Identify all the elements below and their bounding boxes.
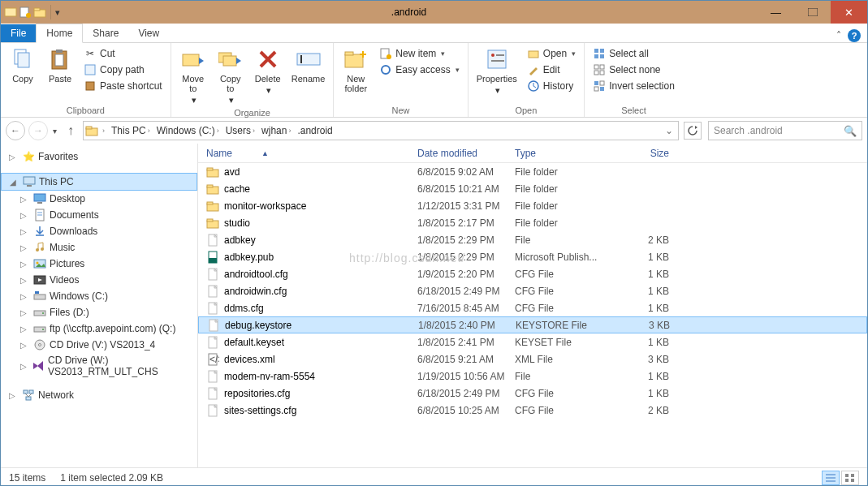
drive-icon (33, 290, 46, 303)
nav-item[interactable]: ▷Files (D:) (1, 304, 197, 320)
folder-icon (85, 124, 98, 137)
column-headers[interactable]: Name▲ Date modified Type Size (198, 144, 867, 163)
file-row[interactable]: cache6/8/2015 10:21 AMFile folder (198, 180, 867, 197)
up-button[interactable]: ↑ (62, 122, 80, 140)
file-row[interactable]: sites-settings.cfg6/8/2015 10:25 AMCFG F… (198, 402, 867, 419)
file-list[interactable]: avd6/8/2015 9:02 AMFile foldercache6/8/2… (198, 163, 867, 467)
folder-icon (206, 200, 219, 213)
svg-rect-32 (600, 54, 604, 58)
nav-item[interactable]: ▷Desktop (1, 191, 197, 207)
move-to-button[interactable]: Move to▾ (176, 45, 210, 106)
maximize-button[interactable] (794, 1, 831, 24)
file-row[interactable]: adbkey1/8/2015 2:29 PMFile2 KB (198, 231, 867, 248)
open-button[interactable]: Open▾ (524, 46, 579, 61)
svg-rect-56 (34, 295, 45, 299)
refresh-button[interactable] (684, 122, 702, 140)
nav-network[interactable]: ▷Network (1, 387, 197, 403)
tab-home[interactable]: Home (36, 24, 83, 43)
nav-item[interactable]: ▷Videos (1, 272, 197, 288)
easy-access-button[interactable]: Easy access▾ (376, 62, 462, 77)
file-icon (206, 285, 219, 298)
invert-selection-button[interactable]: Invert selection (589, 79, 678, 93)
drive-icon (33, 273, 46, 286)
file-row[interactable]: debug.keystore1/8/2015 2:40 PMKEYSTORE F… (198, 316, 867, 333)
address-dropdown-icon[interactable]: ⌄ (662, 125, 676, 136)
select-all-button[interactable]: Select all (589, 46, 678, 61)
copy-to-button[interactable]: Copy to▾ (214, 45, 248, 106)
column-date[interactable]: Date modified (417, 148, 515, 159)
paste-shortcut-button[interactable]: Paste shortcut (80, 79, 166, 93)
svg-rect-5 (808, 8, 818, 16)
back-button[interactable]: ← (6, 121, 25, 140)
nav-item[interactable]: ▷CD Drive (V:) VS2013_4 (1, 337, 197, 353)
qat-open-icon[interactable] (33, 6, 46, 19)
title-bar: ▾ .android — ✕ (1, 1, 867, 24)
cut-button[interactable]: ✂Cut (80, 46, 166, 61)
new-item-button[interactable]: New item▾ (376, 46, 462, 61)
file-row[interactable]: repositories.cfg6/18/2015 2:49 PMCFG Fil… (198, 385, 867, 402)
breadcrumb[interactable]: Users› (223, 125, 257, 136)
nav-item[interactable]: ▷ftp (\\ccftp.avepoint.com) (Q:) (1, 320, 197, 337)
select-none-button[interactable]: Select none (589, 62, 678, 77)
file-row[interactable]: studio1/8/2015 2:17 PMFile folder (198, 214, 867, 231)
file-icon (206, 268, 219, 281)
file-row[interactable]: avd6/8/2015 9:02 AMFile folder (198, 163, 867, 180)
folder-icon (206, 183, 219, 196)
details-view-button[interactable] (822, 471, 840, 485)
new-folder-button[interactable]: New folder (339, 45, 373, 95)
file-row[interactable]: androidtool.cfg1/9/2015 2:20 PMCFG File1… (198, 265, 867, 282)
copy-button[interactable]: Copy (6, 45, 40, 85)
collapse-ribbon-icon[interactable]: ˄ (836, 30, 841, 41)
tab-view[interactable]: View (128, 24, 169, 42)
file-row[interactable]: default.keyset1/8/2015 2:41 PMKEYSET Fil… (198, 333, 867, 351)
nav-favorites[interactable]: ▷⭐Favorites (1, 148, 197, 165)
breadcrumb[interactable]: wjhan› (259, 125, 293, 136)
nav-this-pc[interactable]: ◢This PC (1, 173, 197, 191)
drive-icon (33, 192, 46, 205)
nav-item[interactable]: ▷Documents (1, 207, 197, 223)
navigation-pane[interactable]: ▷⭐Favorites ◢This PC ▷Desktop▷Documents▷… (1, 144, 198, 467)
properties-button[interactable]: Properties▾ (473, 45, 520, 97)
main-area: ▷⭐Favorites ◢This PC ▷Desktop▷Documents▷… (1, 144, 867, 467)
ribbon-group-label: Select (589, 104, 678, 117)
delete-button[interactable]: Delete▾ (251, 45, 285, 97)
search-input[interactable]: Search .android 🔍 (708, 121, 862, 140)
file-row[interactable]: modem-nv-ram-55541/19/2015 10:56 AMFile1… (198, 368, 867, 385)
breadcrumb[interactable]: Windows (C:)› (154, 125, 222, 136)
nav-item[interactable]: ▷Downloads (1, 223, 197, 239)
nav-item[interactable]: ▷Pictures (1, 256, 197, 272)
file-row[interactable]: </>devices.xml6/8/2015 9:21 AMXML File3 … (198, 351, 867, 368)
svg-rect-9 (55, 54, 63, 66)
address-bar[interactable]: › This PC› Windows (C:)› Users› wjhan› .… (83, 121, 679, 140)
icons-view-button[interactable] (841, 471, 859, 485)
qat-new-icon[interactable] (19, 6, 32, 19)
minimize-button[interactable]: — (758, 1, 794, 24)
forward-button[interactable]: → (28, 121, 48, 140)
file-row[interactable]: ddms.cfg7/16/2015 8:45 AMCFG File1 KB (198, 299, 867, 316)
svg-rect-33 (594, 65, 598, 69)
tab-share[interactable]: Share (83, 24, 128, 42)
paste-button[interactable]: Paste (43, 45, 77, 85)
breadcrumb[interactable]: .android (295, 125, 335, 136)
svg-rect-31 (594, 54, 598, 58)
edit-button[interactable]: Edit (524, 62, 579, 77)
column-size[interactable]: Size (620, 148, 669, 159)
breadcrumb[interactable]: This PC› (109, 125, 153, 136)
svg-rect-65 (29, 390, 33, 394)
column-type[interactable]: Type (515, 148, 620, 159)
copy-path-button[interactable]: Copy path (80, 62, 166, 77)
file-row[interactable]: androidwin.cfg6/18/2015 2:49 PMCFG File1… (198, 282, 867, 299)
nav-item[interactable]: ▷Music (1, 239, 197, 256)
close-button[interactable]: ✕ (831, 1, 867, 24)
svg-rect-68 (207, 168, 213, 170)
history-button[interactable]: History (524, 79, 579, 93)
rename-button[interactable]: Rename (288, 45, 329, 85)
nav-item[interactable]: ▷Windows (C:) (1, 288, 197, 304)
file-row[interactable]: monitor-workspace1/12/2015 3:31 PMFile f… (198, 197, 867, 214)
tab-file[interactable]: File (1, 24, 36, 42)
history-dropdown[interactable]: ▾ (51, 127, 58, 135)
column-name[interactable]: Name▲ (206, 148, 417, 159)
help-icon[interactable]: ? (848, 29, 861, 42)
file-row[interactable]: adbkey.pub1/8/2015 2:29 PMMicrosoft Publ… (198, 248, 867, 265)
nav-item[interactable]: ▷CD Drive (W:) VS2013_RTM_ULT_CHS (1, 353, 197, 379)
